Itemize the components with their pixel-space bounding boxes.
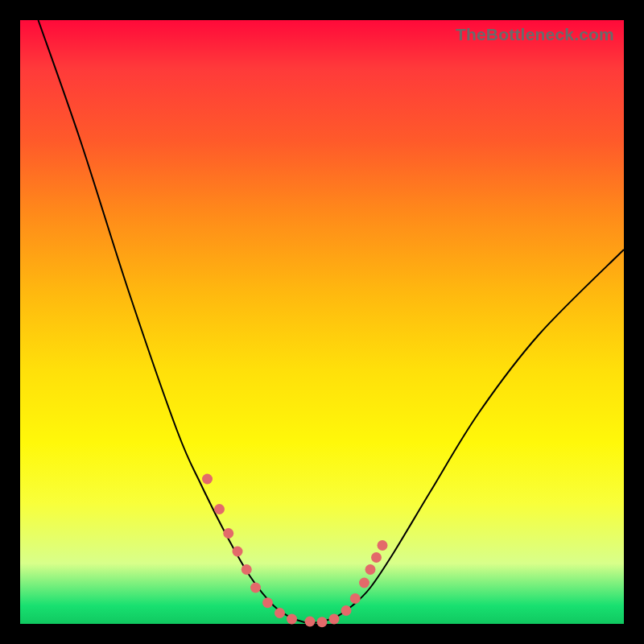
data-marker — [262, 597, 273, 608]
data-marker — [214, 504, 225, 514]
data-marker — [341, 605, 352, 616]
data-marker — [317, 617, 328, 627]
curve-right-path — [310, 250, 624, 624]
data-marker — [365, 564, 376, 575]
watermark-text: TheBottleneck.com — [456, 25, 614, 44]
data-marker — [378, 540, 388, 551]
plot-area: TheBottleneck.com — [20, 20, 624, 624]
chart-svg — [20, 20, 624, 624]
data-marker — [233, 547, 243, 557]
data-marker — [275, 608, 285, 618]
data-marker — [371, 552, 382, 563]
chart-container: TheBottleneck.com — [0, 0, 644, 644]
data-marker — [305, 617, 316, 627]
data-marker — [202, 474, 213, 485]
data-marker — [350, 593, 361, 604]
curve-left-path — [39, 20, 311, 624]
data-marker — [223, 528, 233, 539]
data-marker — [359, 578, 369, 588]
data-marker — [242, 564, 252, 575]
data-marker — [287, 614, 297, 625]
data-marker — [250, 583, 261, 593]
marker-group — [202, 474, 388, 628]
data-marker — [329, 614, 340, 625]
